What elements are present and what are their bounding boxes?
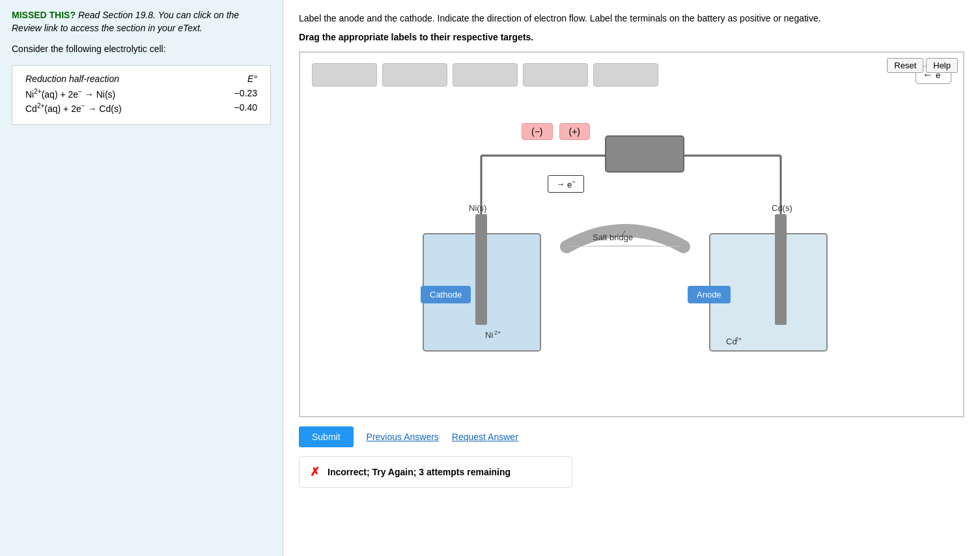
value-2: −0.40 [234,102,257,114]
anode-label[interactable]: Anode [688,286,731,303]
error-icon: ✗ [310,465,320,479]
request-answer-link[interactable]: Request Answer [452,432,518,442]
svg-text:2+: 2+ [494,329,501,336]
missed-this-section: MISSED THIS? Read Section 19.8. You can … [12,9,271,35]
error-message: Incorrect; Try Again; 3 attempts remaini… [328,467,511,477]
svg-text:Cd(s): Cd(s) [772,203,792,213]
table-row: Ni2+(aq) + 2e− → Ni(s) −0.23 [25,88,257,100]
anode-text[interactable]: Anode [688,286,731,303]
table-header: Reduction half-reaction E° [25,74,257,84]
reset-button[interactable]: Reset [887,58,923,73]
label-slot-1[interactable] [312,63,377,87]
previous-answers-link[interactable]: Previous Answers [367,432,439,442]
cathode-text[interactable]: Cathode [421,286,471,303]
reaction-table: Reduction half-reaction E° Ni2+(aq) + 2e… [12,65,271,124]
action-area: Submit Previous Answers Request Answer [299,426,964,447]
missed-this-label: MISSED THIS? [12,10,76,20]
svg-rect-1 [475,214,487,325]
col1-header: Reduction half-reaction [25,74,119,84]
table-row: Cd2+(aq) + 2e− → Cd(s) −0.40 [25,102,257,114]
battery-terminals: (−) (+) [522,123,590,140]
cathode-label[interactable]: Cathode [421,286,471,303]
label-slot-2[interactable] [382,63,447,87]
value-1: −0.23 [234,88,257,100]
diagram-container: Reset Help ← e− (−) (+) → [299,51,964,417]
svg-text:2+: 2+ [735,336,742,342]
submit-button[interactable]: Submit [299,426,354,447]
help-button[interactable]: Help [926,58,958,73]
terminal-negative[interactable]: (−) [522,123,553,140]
terminal-positive[interactable]: (+) [559,123,591,140]
label-slot-3[interactable] [453,63,518,87]
label-slot-4[interactable] [523,63,588,87]
top-buttons: Reset Help [887,58,958,73]
label-slot-5[interactable] [593,63,658,87]
svg-text:Ni: Ni [485,330,493,340]
diagram-area: (−) (+) → e− [307,97,957,410]
left-panel: MISSED THIS? Read Section 19.8. You can … [0,0,283,556]
e-flow-label: e− [567,178,576,189]
reaction-1: Ni2+(aq) + 2e− → Ni(s) [25,88,115,100]
label-slots-row: ← e− [307,59,957,90]
arrow-right-icon: → [556,179,565,189]
svg-text:Ni(s): Ni(s) [469,203,486,213]
svg-rect-8 [606,136,684,172]
right-panel: Label the anode and the cathode. Indicat… [283,0,980,556]
consider-text: Consider the following electrolytic cell… [12,42,271,56]
col2-header: E° [247,74,257,84]
e-flow-box: → e− [548,175,584,193]
reaction-2: Cd2+(aq) + 2e− → Cd(s) [25,102,122,114]
e-flow-diagram: → e− [548,175,584,193]
cell-svg: Ni(s) Cd(s) Ni 2+ Cd 2+ Salt bridge [384,104,879,383]
svg-text:Salt bridge: Salt bridge [593,232,633,242]
svg-rect-3 [775,214,787,325]
instruction-text: Label the anode and the cathode. Indicat… [299,12,964,25]
drag-instruction: Drag the appropriate labels to their res… [299,32,964,42]
error-box: ✗ Incorrect; Try Again; 3 attempts remai… [299,456,572,488]
